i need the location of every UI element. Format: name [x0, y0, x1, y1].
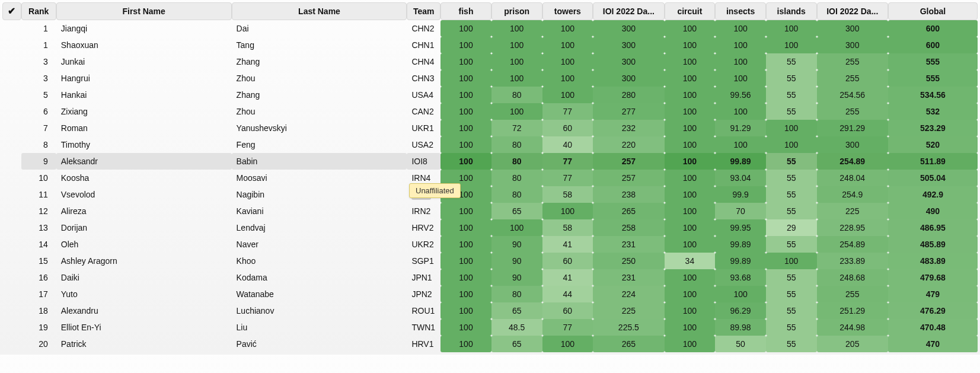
table-row[interactable]: 10KooshaMoosaviIRN4100807725710093.04552…	[2, 170, 978, 186]
towers-cell: 60	[542, 302, 593, 319]
team-cell[interactable]: SGP1	[407, 253, 440, 269]
col-global[interactable]: Global	[888, 2, 978, 20]
col-towers[interactable]: towers	[542, 2, 593, 20]
team-cell[interactable]: IRN4	[407, 170, 440, 186]
rank-cell: 7	[21, 120, 56, 136]
towers-cell: 100	[542, 20, 593, 37]
team-cell[interactable]: IRN2	[407, 203, 440, 219]
global-cell: 483.89	[888, 253, 978, 269]
team-cell[interactable]: ROU1	[407, 302, 440, 319]
col-team[interactable]: Team	[407, 2, 440, 20]
col-circuit[interactable]: circuit	[665, 2, 716, 20]
col-last-name[interactable]: Last Name	[232, 2, 407, 20]
row-check-cell[interactable]	[2, 186, 21, 203]
islands-cell: 55	[766, 286, 817, 302]
team-cell[interactable]: JPN2	[407, 286, 440, 302]
global-cell: 600	[888, 37, 978, 53]
table-row[interactable]: 19Elliot En-YiLiuTWN110048.577225.510089…	[2, 319, 978, 336]
team-cell[interactable]: USA2	[407, 136, 440, 153]
first-name-cell: Yuto	[56, 286, 232, 302]
team-cell[interactable]: IOI6	[407, 186, 440, 203]
fish-cell: 100	[440, 103, 491, 120]
global-cell: 486.95	[888, 219, 978, 236]
team-cell[interactable]: TWN1	[407, 319, 440, 336]
row-check-cell[interactable]	[2, 319, 21, 336]
col-prison[interactable]: prison	[491, 2, 542, 20]
table-row[interactable]: 15Ashley AragornKhooSGP110090602503499.8…	[2, 253, 978, 269]
col-islands[interactable]: islands	[766, 2, 817, 20]
col-fish[interactable]: fish	[440, 2, 491, 20]
last-name-cell: Khoo	[232, 253, 407, 269]
table-row[interactable]: 17YutoWatanabeJPN21008044224100100552554…	[2, 286, 978, 302]
first-name-cell: Hankai	[56, 87, 232, 103]
table-row[interactable]: 9AleksandrBabinIOI8100807725710099.89552…	[2, 153, 978, 170]
last-name-cell: Luchianov	[232, 302, 407, 319]
row-check-cell[interactable]	[2, 136, 21, 153]
table-row[interactable]: 14OlehNaverUKR2100904123110099.8955254.8…	[2, 236, 978, 253]
row-check-cell[interactable]	[2, 70, 21, 87]
team-cell[interactable]: UKR2	[407, 236, 440, 253]
row-check-cell[interactable]	[2, 53, 21, 70]
col-insects[interactable]: insects	[715, 2, 766, 20]
row-check-cell[interactable]	[2, 37, 21, 53]
rank-cell: 16	[21, 269, 56, 286]
fish-cell: 100	[440, 219, 491, 236]
day2-cell: 254.89	[817, 236, 888, 253]
table-row[interactable]: 3JunkaiZhangCHN4100100100300100100552555…	[2, 53, 978, 70]
fish-cell: 100	[440, 203, 491, 219]
row-check-cell[interactable]	[2, 87, 21, 103]
team-cell[interactable]: HRV2	[407, 219, 440, 236]
table-row[interactable]: 20PatrickPavićHRV11006510026510050552054…	[2, 336, 978, 352]
team-cell[interactable]: JPN1	[407, 269, 440, 286]
table-row[interactable]: 18AlexandruLuchianovROU1100656022510096.…	[2, 302, 978, 319]
row-check-cell[interactable]	[2, 286, 21, 302]
team-cell[interactable]: CHN4	[407, 53, 440, 70]
team-cell[interactable]: USA4	[407, 87, 440, 103]
table-row[interactable]: 8TimothyFengUSA2100804022010010010030052…	[2, 136, 978, 153]
table-row[interactable]: 6ZixiangZhouCAN2100100772771001005525553…	[2, 103, 978, 120]
team-cell[interactable]: UKR1	[407, 120, 440, 136]
col-check[interactable]: ✔	[2, 2, 21, 20]
col-day1[interactable]: IOI 2022 Da...	[593, 2, 664, 20]
team-cell[interactable]: IOI8	[407, 153, 440, 170]
table-row[interactable]: 16DaikiKodamaJPN1100904123110093.6855248…	[2, 269, 978, 286]
table-row[interactable]: 3HangruiZhouCHN3100100100300100100552555…	[2, 70, 978, 87]
row-check-cell[interactable]	[2, 253, 21, 269]
row-check-cell[interactable]	[2, 336, 21, 352]
team-cell[interactable]: CHN1	[407, 37, 440, 53]
table-row[interactable]: 1JiangqiDaiCHN21001001003001001001003006…	[2, 20, 978, 37]
table-row[interactable]: 13DorijanLendvajHRV21001005825810099.952…	[2, 219, 978, 236]
row-check-cell[interactable]	[2, 120, 21, 136]
row-check-cell[interactable]	[2, 219, 21, 236]
row-check-cell[interactable]	[2, 103, 21, 120]
global-cell: 532	[888, 103, 978, 120]
row-check-cell[interactable]	[2, 269, 21, 286]
col-day2[interactable]: IOI 2022 Da...	[817, 2, 888, 20]
row-check-cell[interactable]	[2, 20, 21, 37]
col-rank[interactable]: Rank	[21, 2, 56, 20]
last-name-cell: Naver	[232, 236, 407, 253]
table-row[interactable]: 1ShaoxuanTangCHN110010010030010010010030…	[2, 37, 978, 53]
towers-cell: 60	[542, 253, 593, 269]
day1-cell: 250	[593, 253, 664, 269]
team-cell[interactable]: HRV1	[407, 336, 440, 352]
table-row[interactable]: 12AlirezaKavianiIRN210065100265100705522…	[2, 203, 978, 219]
row-check-cell[interactable]	[2, 203, 21, 219]
table-row[interactable]: 11VsevolodNagibinIOI6100805823810099.955…	[2, 186, 978, 203]
last-name-cell: Kodama	[232, 269, 407, 286]
team-cell[interactable]: CHN3	[407, 70, 440, 87]
first-name-cell: Junkai	[56, 53, 232, 70]
last-name-cell: Pavić	[232, 336, 407, 352]
table-row[interactable]: 5HankaiZhangUSA41008010028010099.5655254…	[2, 87, 978, 103]
insects-cell: 89.98	[715, 319, 766, 336]
global-cell: 492.9	[888, 186, 978, 203]
row-check-cell[interactable]	[2, 236, 21, 253]
col-first-name[interactable]: First Name	[56, 2, 232, 20]
table-row[interactable]: 7RomanYanushevskyiUKR1100726023210091.29…	[2, 120, 978, 136]
circuit-cell: 100	[665, 37, 716, 53]
row-check-cell[interactable]	[2, 170, 21, 186]
row-check-cell[interactable]	[2, 153, 21, 170]
row-check-cell[interactable]	[2, 302, 21, 319]
team-cell[interactable]: CHN2	[407, 20, 440, 37]
team-cell[interactable]: CAN2	[407, 103, 440, 120]
